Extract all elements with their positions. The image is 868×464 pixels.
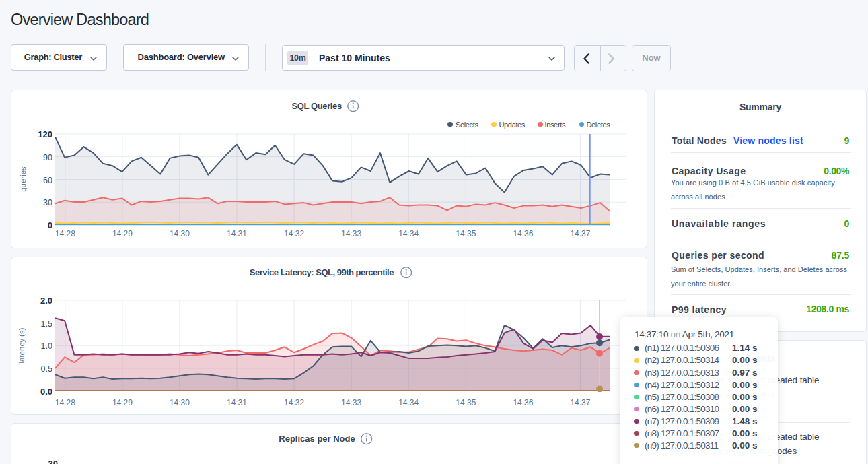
svg-text:60: 60 bbox=[43, 176, 52, 185]
svg-text:14:35: 14:35 bbox=[456, 398, 476, 407]
svg-text:14:36: 14:36 bbox=[513, 229, 533, 238]
svg-text:14:30: 14:30 bbox=[170, 229, 190, 238]
svg-text:14:37: 14:37 bbox=[570, 229, 590, 238]
svg-text:30: 30 bbox=[48, 459, 58, 464]
svg-text:0: 0 bbox=[48, 220, 52, 230]
svg-text:90: 90 bbox=[43, 153, 52, 162]
svg-text:120: 120 bbox=[38, 129, 52, 139]
svg-text:14:35: 14:35 bbox=[456, 229, 476, 238]
svg-text:14:31: 14:31 bbox=[227, 229, 247, 238]
svg-text:14:33: 14:33 bbox=[341, 229, 361, 238]
svg-text:14:28: 14:28 bbox=[55, 398, 75, 407]
svg-text:14:30: 14:30 bbox=[170, 398, 190, 407]
svg-text:latency (s): latency (s) bbox=[17, 327, 26, 363]
svg-text:1.0: 1.0 bbox=[41, 341, 52, 351]
svg-text:14:32: 14:32 bbox=[284, 398, 304, 407]
svg-text:1.5: 1.5 bbox=[41, 319, 52, 329]
svg-text:14:29: 14:29 bbox=[112, 398, 133, 407]
svg-text:2.0: 2.0 bbox=[40, 296, 52, 306]
svg-text:14:32: 14:32 bbox=[284, 229, 304, 238]
svg-text:14:37: 14:37 bbox=[570, 398, 590, 407]
svg-text:0.0: 0.0 bbox=[40, 387, 52, 397]
svg-text:14:34: 14:34 bbox=[398, 398, 419, 407]
svg-text:14:33: 14:33 bbox=[341, 398, 361, 407]
svg-text:14:34: 14:34 bbox=[398, 229, 419, 238]
svg-text:30: 30 bbox=[43, 198, 52, 207]
svg-text:14:31: 14:31 bbox=[227, 398, 247, 407]
svg-text:14:29: 14:29 bbox=[112, 229, 133, 238]
svg-text:queries: queries bbox=[19, 166, 27, 192]
svg-text:14:28: 14:28 bbox=[55, 229, 75, 238]
svg-text:14:36: 14:36 bbox=[513, 398, 533, 407]
svg-text:0.5: 0.5 bbox=[41, 364, 52, 374]
